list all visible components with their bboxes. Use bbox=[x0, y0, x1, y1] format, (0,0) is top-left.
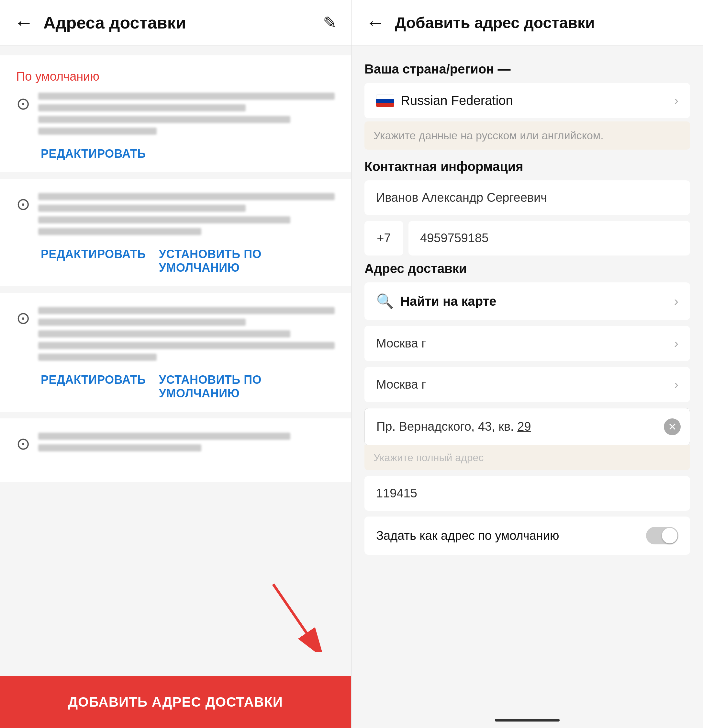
blur-line bbox=[38, 116, 290, 123]
city-chevron-2-icon: › bbox=[674, 377, 679, 392]
edit-button-3[interactable]: РЕДАКТИРОВАТЬ bbox=[41, 373, 146, 400]
right-page-title: Добавить адрес доставки bbox=[395, 14, 689, 32]
address-card-1: По умолчанию ⊙ РЕДАКТИРОВАТЬ bbox=[0, 55, 351, 172]
map-chevron-icon: › bbox=[674, 294, 679, 309]
pin-icon-1: ⊙ bbox=[16, 94, 30, 113]
add-address-button[interactable]: ДОБАВИТЬ АДРЕС ДОСТАВКИ bbox=[0, 676, 351, 728]
blur-line bbox=[38, 216, 290, 224]
flag-stripe-white bbox=[376, 95, 394, 99]
right-panel: ← Добавить адрес доставки Ваша страна/ре… bbox=[352, 0, 703, 728]
blur-line bbox=[38, 193, 335, 200]
blur-line bbox=[38, 319, 246, 326]
blur-line bbox=[38, 342, 335, 349]
phone-row: +7 bbox=[364, 221, 690, 256]
address-card-3: ⊙ РЕДАКТИРОВАТЬ УСТАНОВИТЬ ПО УМОЛЧАНИЮ bbox=[0, 293, 351, 412]
city-row-1[interactable]: Москва г › bbox=[364, 326, 690, 361]
address-row-1: ⊙ bbox=[16, 92, 335, 139]
city-chevron-1-icon: › bbox=[674, 336, 679, 351]
country-name: Russian Federation bbox=[401, 93, 668, 108]
default-toggle-row: Задать как адрес по умолчанию bbox=[364, 517, 690, 555]
set-default-button-3[interactable]: УСТАНОВИТЬ ПО УМОЛЧАНИЮ bbox=[159, 373, 335, 400]
right-back-button[interactable]: ← bbox=[366, 13, 385, 32]
phone-input[interactable] bbox=[408, 221, 690, 256]
blur-line bbox=[38, 307, 335, 314]
address-warning-hint: Укажите полный адрес bbox=[364, 445, 690, 470]
right-header: ← Добавить адрес доставки bbox=[352, 0, 703, 46]
address-card-4: ⊙ bbox=[0, 418, 351, 482]
right-form: Ваша страна/регион — Russian Federation … bbox=[352, 46, 703, 716]
address-card-2: ⊙ РЕДАКТИРОВАТЬ УСТАНОВИТЬ ПО УМОЛЧАНИЮ bbox=[0, 179, 351, 286]
blur-line bbox=[38, 104, 246, 111]
address-lines-3 bbox=[38, 307, 335, 365]
postal-code-field[interactable]: 119415 bbox=[364, 476, 690, 511]
blur-line bbox=[38, 330, 290, 338]
map-search-label: Найти на карте bbox=[400, 294, 668, 309]
pin-icon-3: ⊙ bbox=[16, 308, 30, 328]
toggle-thumb bbox=[662, 528, 677, 543]
left-back-button[interactable]: ← bbox=[14, 13, 34, 32]
flag-stripe-red bbox=[376, 103, 394, 107]
address-lines-1 bbox=[38, 92, 335, 139]
russian-flag bbox=[376, 95, 394, 107]
blur-line bbox=[38, 128, 157, 135]
left-header: ← Адреса доставки ✎ bbox=[0, 0, 351, 46]
pin-icon-2: ⊙ bbox=[16, 194, 30, 214]
add-address-label: ДОБАВИТЬ АДРЕС ДОСТАВКИ bbox=[68, 694, 283, 710]
blur-line bbox=[38, 354, 157, 361]
contact-section-label: Контактная информация bbox=[364, 159, 690, 174]
address-lines-2 bbox=[38, 193, 335, 240]
edit-button-1[interactable]: РЕДАКТИРОВАТЬ bbox=[41, 147, 146, 160]
blur-line bbox=[38, 433, 290, 440]
flag-stripe-blue bbox=[376, 99, 394, 103]
card-actions-2: РЕДАКТИРОВАТЬ УСТАНОВИТЬ ПО УМОЛЧАНИЮ bbox=[16, 247, 335, 274]
address-list: По умолчанию ⊙ РЕДАКТИРОВАТЬ ⊙ bbox=[0, 46, 351, 728]
country-section-label: Ваша страна/регион — bbox=[364, 62, 690, 77]
city-text-2: Москва г bbox=[376, 378, 674, 391]
default-label: По умолчанию bbox=[16, 69, 335, 84]
chevron-right-icon: › bbox=[674, 93, 679, 108]
edit-button-2[interactable]: РЕДАКТИРОВАТЬ bbox=[41, 247, 146, 274]
country-hint-text: Укажите данные на русском или английском… bbox=[373, 129, 604, 142]
blur-line bbox=[38, 92, 335, 100]
city-text-1: Москва г bbox=[376, 337, 674, 350]
card-actions-1: РЕДАКТИРОВАТЬ bbox=[16, 147, 335, 160]
address-section-label: Адрес доставки bbox=[364, 261, 690, 276]
full-name-input[interactable] bbox=[364, 181, 690, 215]
country-selector[interactable]: Russian Federation › bbox=[364, 83, 690, 118]
left-edit-button[interactable]: ✎ bbox=[323, 13, 337, 32]
search-icon: 🔍 bbox=[376, 293, 394, 310]
country-code-box: +7 bbox=[364, 221, 403, 256]
address-input-text: Пр. Вернадского, 43, кв. 29 bbox=[376, 417, 678, 436]
clear-address-button[interactable]: ✕ bbox=[664, 418, 681, 435]
blur-line bbox=[38, 444, 201, 451]
city-row-2[interactable]: Москва г › bbox=[364, 367, 690, 402]
address-row-2: ⊙ bbox=[16, 193, 335, 240]
address-lines-4 bbox=[38, 433, 335, 456]
blur-line bbox=[38, 205, 246, 212]
card-actions-3: РЕДАКТИРОВАТЬ УСТАНОВИТЬ ПО УМОЛЧАНИЮ bbox=[16, 373, 335, 400]
address-row-3: ⊙ bbox=[16, 307, 335, 365]
map-search-row[interactable]: 🔍 Найти на карте › bbox=[364, 282, 690, 320]
address-warning-text: Укажите полный адрес bbox=[373, 452, 484, 464]
home-indicator bbox=[495, 719, 560, 722]
address-input-box[interactable]: Пр. Вернадского, 43, кв. 29 ✕ bbox=[364, 408, 690, 445]
default-toggle[interactable] bbox=[646, 527, 679, 545]
left-panel: ← Адреса доставки ✎ По умолчанию ⊙ РЕДАК… bbox=[0, 0, 352, 728]
blur-line bbox=[38, 228, 201, 235]
address-row-4: ⊙ bbox=[16, 433, 335, 456]
country-hint-box: Укажите данные на русском или английском… bbox=[364, 121, 690, 150]
default-toggle-label: Задать как адрес по умолчанию bbox=[376, 529, 646, 543]
set-default-button-2[interactable]: УСТАНОВИТЬ ПО УМОЛЧАНИЮ bbox=[159, 247, 335, 274]
left-page-title: Адреса доставки bbox=[43, 13, 313, 32]
pin-icon-4: ⊙ bbox=[16, 434, 30, 454]
